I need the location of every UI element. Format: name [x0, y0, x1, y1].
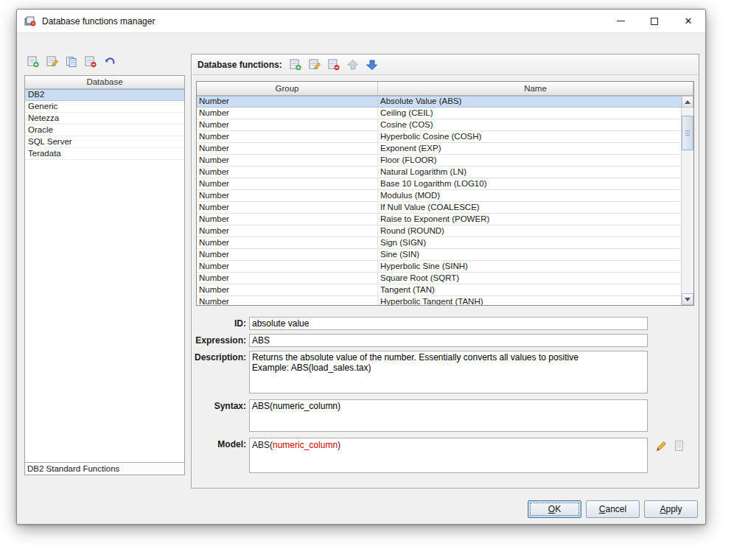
expression-label: Expression:: [192, 334, 249, 347]
column-header-name[interactable]: Name: [378, 82, 693, 95]
add-database-button[interactable]: [26, 55, 40, 69]
model-parameter: numeric_column: [273, 440, 338, 450]
function-row[interactable]: Number Absolute Value (ABS): [197, 96, 681, 108]
function-name: Raise to Exponent (POWER): [378, 214, 681, 225]
dialog-buttons: OK Cancel Apply: [528, 500, 698, 518]
function-group: Number: [197, 214, 378, 225]
edit-database-button[interactable]: [45, 55, 59, 69]
database-row[interactable]: SQL Server: [25, 136, 184, 148]
description-field[interactable]: Returns the absolute value of the number…: [249, 351, 648, 393]
model-field[interactable]: ABS(numeric_column): [249, 438, 648, 473]
function-row[interactable]: Number Tangent (TAN): [197, 284, 681, 296]
cancel-mnemonic: C: [599, 504, 606, 514]
description-label: Description:: [192, 351, 249, 396]
minimize-button[interactable]: [604, 10, 637, 32]
function-group: Number: [197, 96, 378, 107]
function-group: Number: [197, 119, 378, 130]
function-group: Number: [197, 167, 378, 178]
function-group: Number: [197, 155, 378, 166]
database-toolbar: [24, 52, 185, 71]
move-up-icon[interactable]: [346, 58, 360, 72]
id-label: ID:: [192, 317, 249, 330]
database-row[interactable]: Generic: [25, 101, 184, 113]
function-row[interactable]: Number Cosine (COS): [197, 119, 681, 131]
database-name: Teradata: [28, 149, 61, 158]
function-name: Sine (SIN): [378, 249, 681, 260]
function-row[interactable]: Number Exponent (EXP): [197, 143, 681, 155]
scroll-up-icon: [685, 100, 691, 104]
delete-database-button[interactable]: [83, 55, 97, 69]
database-row[interactable]: DB2: [25, 89, 184, 101]
apply-mnemonic: A: [660, 504, 665, 514]
functions-table-body: Number Absolute Value (ABS) Number Ceili…: [197, 96, 681, 305]
function-group: Number: [197, 296, 378, 305]
delete-function-button[interactable]: [327, 58, 341, 72]
add-function-button[interactable]: [289, 58, 303, 72]
functions-toolbar: Database functions:: [192, 55, 698, 75]
move-down-icon[interactable]: [366, 58, 380, 72]
ok-rest: K: [555, 504, 561, 514]
function-row[interactable]: Number Floor (FLOOR): [197, 155, 681, 167]
close-icon: ✕: [685, 16, 693, 26]
id-field[interactable]: [249, 317, 648, 330]
function-group: Number: [197, 190, 378, 201]
ok-button[interactable]: OK: [528, 500, 581, 518]
model-suffix: ): [338, 440, 340, 450]
function-name: Base 10 Logarithm (LOG10): [378, 178, 681, 189]
function-row[interactable]: Number Sine (SIN): [197, 249, 681, 261]
vertical-scrollbar[interactable]: [681, 96, 693, 305]
app-icon: [24, 15, 36, 27]
function-name: Absolute Value (ABS): [378, 96, 681, 107]
function-name: Modulus (MOD): [378, 190, 681, 201]
expression-field[interactable]: [249, 334, 648, 347]
edit-function-button[interactable]: [308, 58, 322, 72]
function-row[interactable]: Number Modulus (MOD): [197, 190, 681, 202]
scroll-down-button[interactable]: [682, 293, 693, 305]
maximize-button[interactable]: [637, 10, 671, 32]
function-group: Number: [197, 284, 378, 295]
function-group: Number: [197, 178, 378, 189]
scroll-up-button[interactable]: [682, 96, 693, 108]
function-row[interactable]: Number Natural Logarithm (LN): [197, 167, 681, 178]
function-row[interactable]: Number Raise to Exponent (POWER): [197, 214, 681, 225]
function-row[interactable]: Number Hyperbolic Tangent (TANH): [197, 296, 681, 305]
apply-button[interactable]: Apply: [644, 500, 698, 518]
column-header-group[interactable]: Group: [197, 82, 378, 95]
function-row[interactable]: Number Hyperbolic Cosine (COSH): [197, 131, 681, 143]
undo-icon[interactable]: [102, 55, 116, 69]
functions-table: Group Name Number Absolute Value (ABS) N…: [196, 81, 694, 306]
function-name: Natural Logarithm (LN): [378, 167, 681, 178]
database-row[interactable]: Netezza: [25, 113, 184, 125]
edit-model-pencil-icon[interactable]: [655, 439, 668, 452]
close-button[interactable]: ✕: [671, 10, 705, 32]
syntax-field[interactable]: ABS(numeric_column): [249, 399, 648, 432]
scroll-down-icon: [685, 298, 691, 301]
database-row[interactable]: Oracle: [25, 125, 184, 136]
ok-mnemonic: O: [548, 504, 555, 514]
function-row[interactable]: Number Square Root (SQRT): [197, 273, 681, 284]
database-table-header: Database: [25, 76, 184, 89]
function-row[interactable]: Number Ceiling (CEIL): [197, 108, 681, 119]
function-name: Round (ROUND): [378, 225, 681, 237]
function-name: Floor (FLOOR): [378, 155, 681, 166]
scrollbar-thumb[interactable]: [682, 116, 693, 150]
functions-toolbar-label: Database functions:: [198, 60, 282, 70]
function-name: Tangent (TAN): [378, 284, 681, 295]
copy-database-button[interactable]: [64, 55, 78, 69]
function-group: Number: [197, 249, 378, 260]
function-name: Hyperbolic Sine (SINH): [378, 261, 681, 272]
function-name: If Null Value (COALESCE): [378, 202, 681, 213]
function-row[interactable]: Number Hyperbolic Sine (SINH): [197, 261, 681, 273]
function-group: Number: [197, 225, 378, 237]
function-row[interactable]: Number Round (ROUND): [197, 225, 681, 237]
function-row[interactable]: Number If Null Value (COALESCE): [197, 202, 681, 214]
cancel-button[interactable]: Cancel: [586, 500, 640, 518]
database-table-body: DB2 Generic Netezza Oracle: [25, 89, 184, 462]
clear-model-icon[interactable]: [673, 439, 686, 452]
function-row[interactable]: Number Sign (SIGN): [197, 237, 681, 249]
model-prefix: ABS(: [252, 440, 273, 450]
function-row[interactable]: Number Base 10 Logarithm (LOG10): [197, 178, 681, 190]
functions-table-header: Group Name: [197, 82, 693, 96]
database-row[interactable]: Teradata: [25, 148, 184, 160]
titlebar[interactable]: Database functions manager ✕: [17, 10, 705, 33]
